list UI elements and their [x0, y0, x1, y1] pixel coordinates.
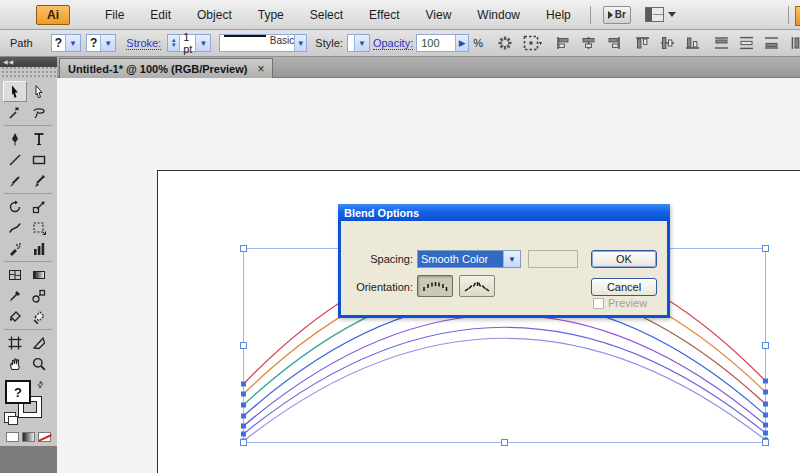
- opacity-combo[interactable]: 100 ▶: [416, 34, 469, 52]
- warp-tool[interactable]: [3, 217, 27, 238]
- blend-tool[interactable]: [27, 285, 51, 306]
- rectangle-tool[interactable]: [27, 149, 51, 170]
- illustrator-window: Ai File Edit Object Type Select Effect V…: [0, 0, 800, 473]
- fill-color-dropdown[interactable]: ? ▼: [51, 34, 81, 52]
- menu-edit[interactable]: Edit: [137, 0, 184, 30]
- brush-definition-dropdown[interactable]: Basic ▼: [219, 34, 307, 52]
- swap-fill-stroke-icon[interactable]: ⇄: [35, 379, 46, 390]
- orientation-align-page-button[interactable]: [417, 275, 453, 297]
- ok-button[interactable]: OK: [591, 250, 657, 268]
- paintbrush-tool[interactable]: [3, 170, 27, 191]
- go-to-bridge-button[interactable]: Br: [603, 6, 631, 24]
- free-transform-tool[interactable]: [27, 217, 51, 238]
- control-panel: Path ? ▼ ? ▼ Stroke: ▲▼ 1 pt ▼ Basic ▼ S…: [0, 30, 800, 57]
- menu-object[interactable]: Object: [184, 0, 245, 30]
- distribute-bottom-icon[interactable]: [764, 36, 779, 50]
- direct-selection-tool[interactable]: [27, 81, 51, 102]
- menu-view[interactable]: View: [413, 0, 465, 30]
- collapse-dock-button[interactable]: ◀◀: [0, 57, 57, 67]
- recolor-artwork-icon[interactable]: [497, 35, 513, 51]
- type-tool[interactable]: [27, 128, 51, 149]
- spacing-dropdown[interactable]: Smooth Color ▼: [417, 250, 521, 268]
- pen-tool[interactable]: [3, 128, 27, 149]
- isolate-selected-object-icon[interactable]: [523, 35, 542, 51]
- menubar-edge-separator: [788, 6, 789, 24]
- document-title: Untitled-1* @ 100% (RGB/Preview): [68, 63, 247, 75]
- menu-window[interactable]: Window: [464, 0, 533, 30]
- stroke-color-dropdown[interactable]: ? ▼: [86, 34, 116, 52]
- align-right-icon[interactable]: [606, 36, 621, 50]
- menu-help[interactable]: Help: [533, 0, 584, 30]
- live-paint-selection-tool[interactable]: [27, 306, 51, 327]
- align-center-horizontal-icon[interactable]: [581, 36, 596, 50]
- chevron-down-icon: ▼: [65, 35, 80, 51]
- hand-tool[interactable]: [3, 353, 27, 374]
- menubar: Ai File Edit Object Type Select Effect V…: [0, 0, 800, 30]
- stroke-weight-value: 1 pt: [180, 35, 195, 51]
- line-segment-tool[interactable]: [3, 149, 27, 170]
- menu-effect[interactable]: Effect: [356, 0, 412, 30]
- selection-type-label: Path: [10, 37, 33, 49]
- fill-stroke-indicator: ⇄ ?: [3, 380, 53, 426]
- orientation-align-path-button[interactable]: [459, 275, 495, 297]
- stroke-weight-stepper[interactable]: ▲▼: [168, 35, 180, 51]
- spacing-label: Spacing:: [345, 253, 413, 265]
- align-left-icon[interactable]: [556, 36, 571, 50]
- menu-file[interactable]: File: [92, 0, 137, 30]
- stroke-color-value: ?: [87, 35, 100, 51]
- document-tab-bar: ◀◀ Untitled-1* @ 100% (RGB/Preview) ×: [0, 57, 800, 78]
- selection-tool[interactable]: [3, 81, 27, 102]
- slice-tool[interactable]: [27, 332, 51, 353]
- menubar-separator: [590, 6, 591, 24]
- stroke-weight-combo[interactable]: ▲▼ 1 pt ▼: [167, 34, 211, 52]
- dock-footer: [0, 446, 57, 473]
- rotate-tool[interactable]: [3, 196, 27, 217]
- gradient-button[interactable]: [22, 432, 35, 442]
- align-center-vertical-icon[interactable]: [660, 36, 675, 50]
- chevron-down-icon: ▼: [195, 35, 210, 51]
- chevron-down-icon: ▼: [354, 35, 369, 51]
- document-tab[interactable]: Untitled-1* @ 100% (RGB/Preview) ×: [59, 58, 273, 78]
- gradient-tool[interactable]: [27, 264, 51, 285]
- chevron-down-icon: ▼: [100, 35, 115, 51]
- scale-tool[interactable]: [27, 196, 51, 217]
- chevron-down-icon: [668, 12, 676, 17]
- align-bottom-icon[interactable]: [685, 36, 700, 50]
- workspace-switcher-button[interactable]: [645, 7, 676, 22]
- distribute-horizontal-icon[interactable]: [791, 36, 800, 50]
- graph-tool[interactable]: [27, 238, 51, 259]
- default-fill-stroke-icon[interactable]: [4, 412, 16, 423]
- style-dropdown[interactable]: ▼: [347, 34, 370, 52]
- cancel-button[interactable]: Cancel: [591, 278, 657, 296]
- mesh-tool[interactable]: [3, 264, 27, 285]
- dialog-titlebar[interactable]: Blend Options: [338, 204, 670, 221]
- magic-wand-tool[interactable]: [3, 102, 27, 123]
- fill-swatch[interactable]: ?: [5, 380, 31, 404]
- close-tab-icon[interactable]: ×: [257, 62, 264, 76]
- lasso-tool[interactable]: [27, 102, 51, 123]
- distribute-center-icon[interactable]: [739, 36, 754, 50]
- opacity-panel-link[interactable]: Opacity:: [373, 37, 413, 50]
- style-label: Style:: [315, 37, 343, 49]
- crop-area-tool[interactable]: [3, 332, 27, 353]
- live-paint-bucket-tool[interactable]: [3, 306, 27, 327]
- none-button[interactable]: [38, 432, 51, 442]
- app-logo-icon[interactable]: Ai: [36, 5, 70, 25]
- pencil-tool[interactable]: [27, 170, 51, 191]
- menu-type[interactable]: Type: [245, 0, 297, 30]
- tools-panel: ⇄ ?: [0, 78, 57, 473]
- stroke-panel-link[interactable]: Stroke:: [126, 37, 161, 50]
- zoom-tool[interactable]: [27, 353, 51, 374]
- spacing-value: Smooth Color: [418, 251, 503, 267]
- align-top-icon[interactable]: [635, 36, 650, 50]
- distribute-top-icon[interactable]: [714, 36, 729, 50]
- opacity-value: 100: [417, 37, 455, 49]
- fill-color-value: ?: [52, 35, 65, 51]
- menu-select[interactable]: Select: [297, 0, 356, 30]
- preview-checkbox[interactable]: [593, 298, 604, 309]
- eyedropper-tool[interactable]: [3, 285, 27, 306]
- dock-grip-handle[interactable]: [0, 67, 57, 78]
- chevron-right-icon: ▶: [455, 35, 468, 51]
- symbol-sprayer-tool[interactable]: [3, 238, 27, 259]
- color-button[interactable]: [6, 432, 19, 442]
